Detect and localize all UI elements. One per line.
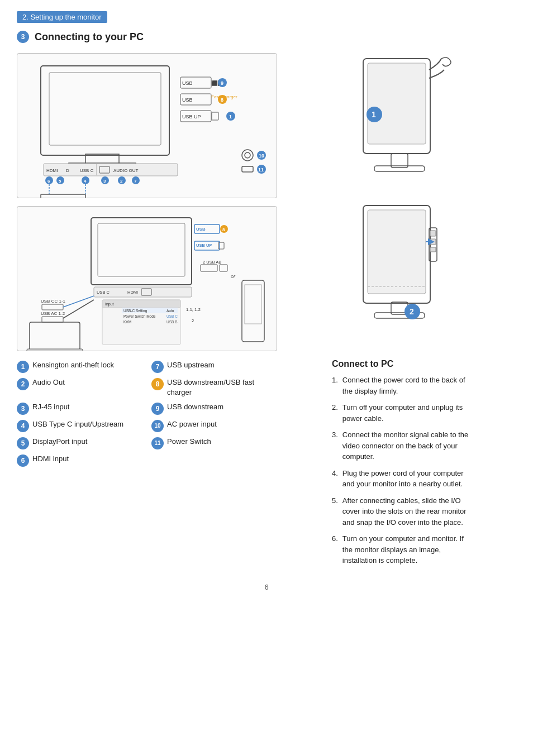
port-item-8: 8 USB downstream/USB fast charger (151, 376, 277, 399)
port-label-8: USB downstream/USB fast charger (167, 377, 277, 398)
instruction-list: 1. Connect the power cord to the back of… (332, 375, 475, 566)
svg-rect-89 (245, 285, 261, 324)
svg-text:USB: USB (182, 97, 193, 103)
port-item-9: 9 USB downstream (151, 401, 277, 416)
port-badge-1: 1 (17, 361, 29, 373)
monitor-svg-2: 2 (346, 200, 458, 339)
page-number: 6 (17, 583, 516, 591)
svg-text:10: 10 (259, 153, 264, 159)
svg-rect-46 (242, 166, 253, 172)
svg-text:or: or (231, 274, 236, 279)
svg-text:9: 9 (221, 80, 223, 86)
svg-rect-63 (201, 265, 217, 271)
svg-text:1: 1 (229, 114, 232, 119)
svg-rect-1 (49, 73, 161, 145)
svg-rect-49 (91, 218, 192, 285)
port-item-2: 2 Audio Out (17, 376, 142, 399)
svg-text:USB: USB (182, 80, 193, 86)
svg-text:11: 11 (258, 167, 264, 173)
svg-rect-64 (220, 265, 227, 271)
step-num-4: 4. (332, 468, 338, 490)
svg-text:USB-C Setting: USB-C Setting (123, 309, 147, 313)
port-label-11: Power Switch (167, 437, 211, 447)
svg-rect-38 (41, 194, 85, 198)
svg-text:USB UP: USB UP (196, 243, 212, 248)
port-label-6: HDMI input (32, 454, 69, 464)
right-column: 1 (288, 53, 516, 572)
svg-text:6: 6 (47, 179, 50, 184)
section-header: 2. Setting up the monitor (17, 11, 107, 23)
step-text-6: Turn on your computer and monitor. If th… (342, 533, 475, 566)
port-badge-6: 6 (17, 454, 29, 467)
step-text-1: Connect the power cord to the back of th… (342, 375, 475, 396)
port-badge-2: 2 (17, 378, 29, 390)
svg-text:3: 3 (103, 179, 106, 184)
section-number: 3 (17, 31, 29, 43)
step-num-6: 6. (332, 533, 338, 566)
svg-text:Input: Input (105, 302, 114, 307)
svg-rect-19 (44, 164, 178, 176)
instruction-4: 4. Plug the power cord of your computer … (332, 468, 475, 490)
port-list: 1 Kensington anti-theft lock 7 USB upstr… (17, 359, 277, 468)
top-diagram-svg: USB ⬛⬛ 9 USB Fast Charger 8 USB UP (24, 60, 270, 198)
port-label-9: USB downstream (167, 402, 223, 412)
port-item-7: 7 USB upstream (151, 359, 277, 374)
section-title: 3 Connecting to your PC (17, 31, 516, 43)
svg-rect-50 (98, 223, 185, 276)
connect-pc-title: Connect to PC (332, 359, 475, 369)
port-label-2: Audio Out (32, 377, 65, 387)
svg-text:2: 2 (192, 318, 194, 323)
port-badge-4: 4 (17, 420, 29, 432)
port-badge-10: 10 (151, 420, 164, 432)
connect-pc-section: Connect to PC 1. Connect the power cord … (330, 355, 475, 572)
port-badge-5: 5 (17, 437, 29, 449)
svg-rect-103 (430, 247, 436, 252)
svg-text:HDMI: HDMI (127, 290, 138, 295)
svg-line-72 (63, 296, 94, 307)
port-item-4: 4 USB Type C input/Upstream (17, 418, 142, 433)
svg-rect-91 (368, 63, 426, 144)
port-label-10: AC power input (167, 419, 217, 429)
svg-line-73 (63, 300, 94, 318)
port-label-3: RJ-45 input (32, 402, 69, 412)
svg-rect-0 (41, 66, 169, 155)
step-text-2: Turn off your computer and unplug its po… (342, 402, 475, 424)
port-item-6: 6 HDMI input (17, 453, 142, 468)
port-badge-9: 9 (151, 403, 164, 415)
port-label-7: USB upstream (167, 360, 215, 370)
svg-text:4: 4 (84, 179, 87, 184)
port-badge-8: 8 (151, 378, 164, 390)
svg-text:KVM: KVM (123, 320, 131, 324)
step-text-3: Connect the monitor signal cable to the … (342, 429, 475, 462)
svg-text:HDMI: HDMI (46, 168, 58, 173)
port-label-4: USB Type C input/Upstream (32, 419, 123, 429)
mid-diagram-svg: USB 8 USB UP USB C HDMI 2 USB AB (24, 213, 270, 351)
step-num-2: 2. (332, 402, 338, 424)
step-text-5: After connecting cables, slide the I/O c… (342, 495, 475, 528)
svg-rect-67 (42, 304, 63, 310)
instruction-5: 5. After connecting cables, slide the I/… (332, 495, 475, 528)
step-num-3: 3. (332, 429, 338, 462)
port-badge-3: 3 (17, 403, 29, 415)
port-badge-7: 7 (151, 361, 164, 373)
svg-text:USB B: USB B (166, 320, 178, 324)
svg-text:USB C: USB C (80, 168, 94, 173)
svg-text:Power Switch Mode: Power Switch Mode (123, 314, 156, 318)
svg-text:AUDIO OUT: AUDIO OUT (113, 168, 139, 173)
instruction-6: 6. Turn on your computer and monitor. If… (332, 533, 475, 566)
svg-text:USB AC  1-2: USB AC 1-2 (41, 311, 65, 316)
svg-text:1: 1 (372, 110, 376, 119)
top-diagram: USB ⬛⬛ 9 USB Fast Charger 8 USB UP (17, 53, 277, 198)
instruction-2: 2. Turn off your computer and unplug its… (332, 402, 475, 424)
svg-text:2: 2 (120, 179, 123, 184)
monitor-illustration-1: 1 (346, 53, 458, 189)
svg-text:7: 7 (134, 179, 137, 184)
svg-text:1-1, 1-2: 1-1, 1-2 (186, 307, 201, 312)
svg-text:USB CC  1-1: USB CC 1-1 (41, 299, 66, 304)
port-item-1: 1 Kensington anti-theft lock (17, 359, 142, 374)
svg-text:8: 8 (221, 97, 223, 103)
svg-rect-97 (368, 210, 426, 294)
page-container: 2. Setting up the monitor 3 Connecting t… (0, 0, 533, 756)
svg-text:USB C: USB C (97, 290, 110, 295)
svg-point-40 (242, 150, 253, 161)
